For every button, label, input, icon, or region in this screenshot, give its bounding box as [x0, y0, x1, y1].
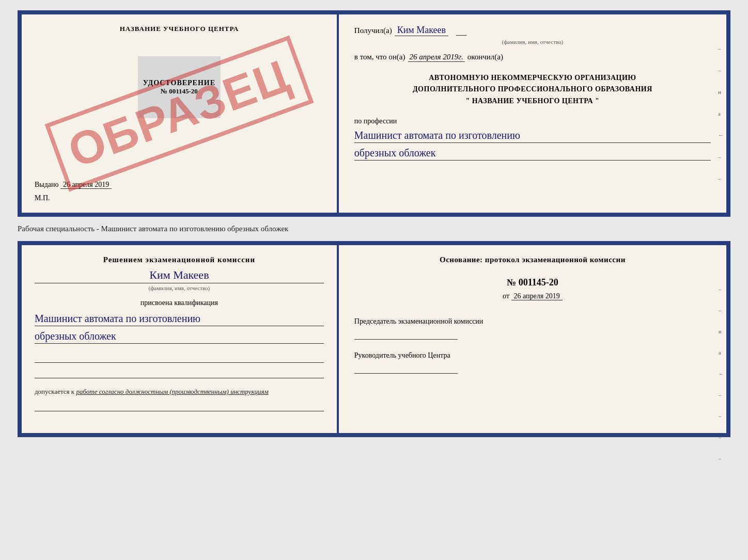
issued-label: Выдано	[35, 181, 59, 188]
protocol-date: от 26 апреля 2019	[354, 292, 711, 300]
bottom-line-3	[35, 400, 324, 411]
org-line1: АВТОНОМНУЮ НЕКОММЕРЧЕСКУЮ ОРГАНИЗАЦИЮ	[354, 72, 711, 84]
top-document: НАЗВАНИЕ УЧЕБНОГО ЦЕНТРА ОБРАЗЕЦ УДОСТОВ…	[18, 10, 730, 217]
admitted-label: допускается к	[35, 388, 74, 395]
completion-date: 26 апреля 2019г.	[408, 53, 465, 62]
qualification-line2: обрезных обложек	[35, 329, 324, 344]
top-right-panel: Получил(а) Ким Макеев (фамилия, имя, отч…	[339, 14, 726, 213]
chairman-block: Председатель экзаменационной комиссии	[354, 316, 711, 340]
cert-title: УДОСТОВЕРЕНИЕ	[143, 79, 215, 87]
fio-center: (фамилия, имя, отчество)	[35, 285, 324, 291]
blank-line-2	[35, 367, 324, 378]
finished-label: окончил(а)	[467, 53, 503, 61]
protocol-number: № 001145-20	[354, 277, 711, 288]
director-block: Руководитель учебного Центра	[354, 350, 711, 374]
caption-text: Рабочая специальность - Машинист автомат…	[18, 225, 730, 233]
blank-line-1	[35, 351, 324, 363]
bottom-left-panel: Решением экзаменационной комиссии Ким Ма…	[22, 245, 339, 433]
chairman-label: Председатель экзаменационной комиссии	[354, 316, 711, 327]
admitted-text: допускается к работе согласно должностны…	[35, 388, 324, 396]
right-edge-marks: ––иа←––	[718, 45, 724, 182]
admitted-work-text: работе согласно должностным (производств…	[76, 388, 268, 395]
issued-line: Выдано 26 апреля 2019	[35, 178, 324, 191]
profession-line2: обрезных обложек	[354, 146, 711, 161]
protocol-date-value: 26 апреля 2019	[511, 292, 563, 300]
received-label: Получил(а)	[354, 26, 392, 35]
bottom-right-edge-marks: ––иа←––––	[719, 286, 724, 461]
chairman-signature-line	[354, 329, 458, 340]
profession-label: по профессии	[354, 117, 711, 125]
org-line2: ДОПОЛНИТЕЛЬНОГО ПРОФЕССИОНАЛЬНОГО ОБРАЗО…	[354, 84, 711, 95]
mp-line: М.П.	[35, 194, 324, 202]
recipient-name: Ким Макеев	[395, 25, 448, 36]
org-line3: " НАЗВАНИЕ УЧЕБНОГО ЦЕНТРА "	[354, 95, 711, 107]
org-description: АВТОНОМНУЮ НЕКОММЕРЧЕСКУЮ ОРГАНИЗАЦИЮ ДО…	[354, 72, 711, 107]
decision-title: Решением экзаменационной комиссии	[35, 255, 324, 264]
person-name: Ким Макеев	[35, 268, 324, 283]
qualification-line1: Машинист автомата по изготовлению	[35, 311, 324, 326]
fio-subtitle-top: (фамилия, имя, отчество)	[354, 39, 711, 45]
top-left-panel: НАЗВАНИЕ УЧЕБНОГО ЦЕНТРА ОБРАЗЕЦ УДОСТОВ…	[22, 14, 339, 213]
date-prefix: от	[503, 292, 509, 300]
received-line: Получил(а) Ким Макеев	[354, 25, 711, 36]
director-signature-line	[354, 363, 458, 374]
document-container: НАЗВАНИЕ УЧЕБНОГО ЦЕНТРА ОБРАЗЕЦ УДОСТОВ…	[18, 10, 730, 437]
certificate-block: УДОСТОВЕРЕНИЕ № 001145-20	[138, 56, 221, 118]
profession-line1: Машинист автомата по изготовлению	[354, 128, 711, 143]
basis-title: Основание: протокол экзаменационной коми…	[354, 255, 711, 264]
bottom-right-panel: Основание: протокол экзаменационной коми…	[339, 245, 726, 433]
bottom-lines	[35, 351, 324, 382]
bottom-document: Решением экзаменационной комиссии Ким Ма…	[18, 241, 730, 437]
in-that-label: в том, что он(а)	[354, 53, 406, 61]
issued-date: 26 апреля 2019	[60, 181, 112, 189]
qualification-label: присвоена квалификация	[35, 299, 324, 307]
org-name-top: НАЗВАНИЕ УЧЕБНОГО ЦЕНТРА	[120, 25, 239, 33]
director-label: Руководитель учебного Центра	[354, 350, 711, 361]
in-that-line: в том, что он(а) 26 апреля 2019г. окончи…	[354, 53, 711, 62]
cert-number: № 001145-20	[161, 87, 198, 95]
